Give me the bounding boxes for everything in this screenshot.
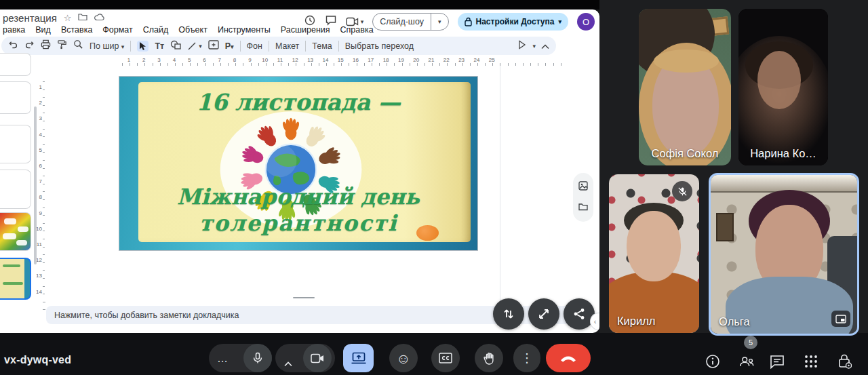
ruler-v-number: 2 xyxy=(39,100,42,106)
slide-thumbnail-6[interactable] xyxy=(0,258,31,300)
ruler-h-number: 19 xyxy=(398,57,404,63)
line-tool-button[interactable]: ▾ xyxy=(187,41,202,51)
slide-thumbnail-5[interactable] xyxy=(0,212,31,251)
participants-icon[interactable] xyxy=(738,353,755,370)
account-avatar[interactable]: O xyxy=(577,13,595,31)
join-call-camera-icon[interactable]: ▾ xyxy=(346,17,364,26)
transition-button[interactable]: Выбрать переход xyxy=(345,41,414,51)
more-options-button[interactable]: ⋮ xyxy=(513,344,540,372)
menu-item-0[interactable]: равка xyxy=(3,25,25,35)
cloud-saved-icon[interactable] xyxy=(94,13,105,22)
format-options-button[interactable]: P▾ xyxy=(225,41,234,51)
star-icon[interactable]: ☆ xyxy=(64,14,72,22)
participant-name: Кирилл xyxy=(609,315,699,328)
notes-resize-handle[interactable] xyxy=(293,297,315,298)
ruler-h-number: 22 xyxy=(443,57,450,63)
version-history-icon[interactable] xyxy=(304,14,316,29)
print-button[interactable] xyxy=(41,39,51,52)
orange-ellipse-shape xyxy=(416,225,439,241)
lock-icon xyxy=(465,17,472,26)
google-slides-window: резентация ☆ равкаВидВставкаФорматСлайдО… xyxy=(0,9,599,333)
theme-button[interactable]: Тема xyxy=(312,41,332,51)
access-settings-button[interactable]: Настройки Доступа ▾ xyxy=(458,13,569,31)
participant-tile-kirill[interactable]: Кирилл xyxy=(609,174,699,333)
laser-pointer-button[interactable] xyxy=(517,40,527,52)
menu-item-1[interactable]: Вид xyxy=(35,25,51,35)
camera-options-chevron-icon[interactable] xyxy=(284,357,292,370)
chevron-down-icon: ▾ xyxy=(361,18,364,25)
ruler-v-number: 10 xyxy=(36,225,42,231)
ruler-horizontal: 1234567891011121314151617181920212223242… xyxy=(54,57,568,66)
filmstrip-scrollbar[interactable] xyxy=(34,106,37,264)
collapse-toolbar-icon[interactable] xyxy=(541,40,549,52)
paint-format-button[interactable] xyxy=(57,39,67,52)
comments-icon[interactable] xyxy=(325,14,337,29)
zoom-icon[interactable] xyxy=(73,39,83,52)
slide-thumbnail-3[interactable] xyxy=(0,125,31,163)
pointer-dropdown[interactable]: ▾ xyxy=(532,43,536,50)
select-cursor-button[interactable] xyxy=(137,41,149,52)
header-actions: ▾ Слайд-шоу ▾ Настройки Доступа ▾ O xyxy=(304,12,595,31)
access-dropdown[interactable]: ▾ xyxy=(558,18,561,25)
chat-icon[interactable] xyxy=(769,353,785,370)
ruler-h-number: 11 xyxy=(277,57,283,63)
reactions-button[interactable]: ☺ xyxy=(389,344,418,372)
audio-options-icon[interactable]: … xyxy=(217,353,228,365)
toolbar: По шир ▾ Tт ▾ P▾ Фон Макет Тема Выбрать … xyxy=(1,37,556,55)
slide-thumbnail-2[interactable] xyxy=(0,81,31,114)
insert-placeholder-button[interactable] xyxy=(208,40,219,52)
participant-tile-sofia[interactable]: Софія Сокол xyxy=(639,9,731,165)
video-feed xyxy=(639,9,731,165)
move-to-folder-icon[interactable] xyxy=(78,13,87,22)
ruler-h-number: 9 xyxy=(248,57,251,63)
menu-item-2[interactable]: Вставка xyxy=(61,25,92,35)
host-controls-lock-icon[interactable] xyxy=(837,353,853,370)
menu-item-5[interactable]: Объект xyxy=(178,25,208,35)
ruler-h-number: 14 xyxy=(322,57,328,63)
raise-hand-button[interactable] xyxy=(475,344,503,372)
menu-item-4[interactable]: Слайд xyxy=(143,25,169,35)
slideshow-button[interactable]: Слайд-шоу ▾ xyxy=(372,13,448,31)
ruler-h-number: 12 xyxy=(292,57,298,63)
filmstrip xyxy=(0,50,33,302)
meeting-details-icon[interactable] xyxy=(705,353,721,370)
swap-presentation-button[interactable] xyxy=(493,298,524,330)
top-black-strip xyxy=(0,0,599,9)
activities-grid-icon[interactable] xyxy=(803,353,819,370)
video-feed xyxy=(738,9,828,165)
document-title[interactable]: резентация xyxy=(3,12,57,24)
video-feed xyxy=(711,175,857,334)
layout-button[interactable]: Макет xyxy=(275,41,299,51)
slide-thumbnail-1[interactable] xyxy=(0,53,31,76)
menu-item-6[interactable]: Инструменты xyxy=(218,25,271,35)
captions-button[interactable] xyxy=(431,344,460,372)
folder-icon[interactable] xyxy=(578,201,588,214)
participant-tile-narina[interactable]: Нарина Ко… xyxy=(738,9,828,165)
ruler-h-number: 15 xyxy=(338,57,344,63)
fullscreen-button[interactable] xyxy=(528,298,559,330)
meeting-code: vx-dywq-ved xyxy=(4,354,71,366)
zoom-fit-select[interactable]: По шир ▾ xyxy=(90,41,124,51)
ruler-h-number: 6 xyxy=(203,57,205,63)
present-screen-button[interactable] xyxy=(343,344,374,372)
picture-in-picture-icon[interactable] xyxy=(831,311,850,327)
background-button[interactable]: Фон xyxy=(247,41,262,51)
shapes-button[interactable] xyxy=(170,40,181,52)
slideshow-dropdown[interactable]: ▾ xyxy=(431,18,448,25)
ruler-h-number: 23 xyxy=(458,57,465,63)
menu-item-3[interactable]: Формат xyxy=(102,25,132,35)
current-slide[interactable]: 16 листопада — Міжнародний день толерант… xyxy=(119,76,478,251)
ruler-v-number: 11 xyxy=(37,241,42,248)
ruler-v-number: 1 xyxy=(39,84,42,90)
slide-title-line2: Міжнародний день xyxy=(119,184,477,210)
slide-thumbnail-4[interactable] xyxy=(0,170,31,209)
end-call-button[interactable] xyxy=(546,344,591,372)
insert-image-icon[interactable] xyxy=(578,181,588,193)
text-box-button[interactable]: Tт xyxy=(155,41,164,51)
ruler-v-number: 12 xyxy=(36,257,42,263)
participant-tile-olga[interactable]: Ольга xyxy=(709,173,859,336)
camera-button[interactable] xyxy=(303,344,332,372)
microphone-button[interactable] xyxy=(243,344,272,372)
ruler-v-number: 7 xyxy=(39,178,42,184)
collapse-panel-tab[interactable]: ‹ xyxy=(590,313,599,330)
